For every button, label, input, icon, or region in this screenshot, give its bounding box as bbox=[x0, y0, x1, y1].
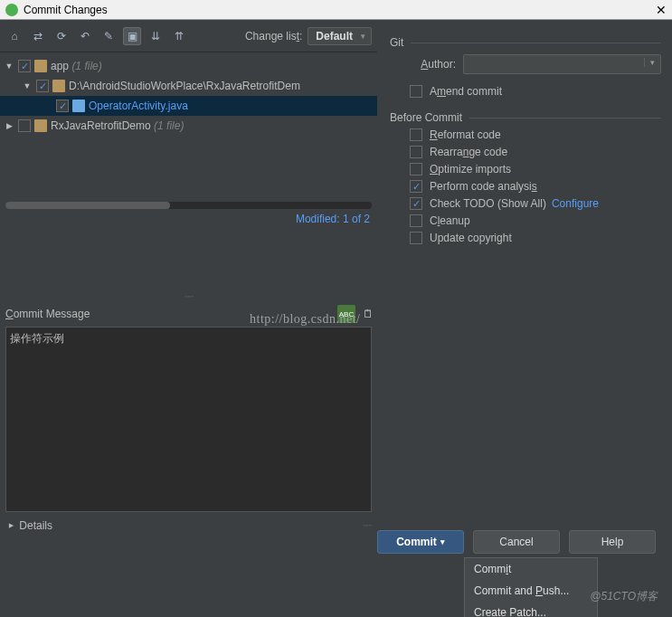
analysis-label: Perform code analysis bbox=[430, 180, 537, 193]
changes-tree: ▼ app (1 file) ▼ D:\AndroidStudioWorkPla… bbox=[0, 52, 377, 292]
author-label: Author: bbox=[406, 58, 456, 71]
horizontal-scrollbar[interactable] bbox=[5, 202, 372, 209]
commit-message-label: Commit Message bbox=[5, 308, 90, 320]
move-changelist-icon[interactable]: ⇄ bbox=[29, 27, 47, 45]
window-title: Commit Changes bbox=[24, 4, 108, 16]
file-count: (1 file) bbox=[154, 119, 184, 132]
history-icon[interactable]: 🗒 bbox=[359, 305, 377, 323]
checkbox[interactable] bbox=[36, 80, 49, 92]
spellcheck-icon[interactable]: ABC bbox=[337, 305, 355, 323]
watermark-credit: @51CTO博客 bbox=[590, 589, 658, 604]
author-select[interactable] bbox=[463, 54, 661, 74]
optimize-label: Optimize imports bbox=[430, 163, 511, 176]
rearrange-label: Rearrange code bbox=[430, 146, 507, 158]
before-legend: Before Commit bbox=[388, 111, 469, 124]
rearrange-checkbox[interactable] bbox=[410, 146, 422, 158]
before-commit-section: Before Commit Reformat code Rearrange co… bbox=[388, 111, 661, 249]
copyright-checkbox[interactable] bbox=[410, 232, 422, 244]
commit-button[interactable]: Commit bbox=[377, 530, 464, 554]
cleanup-checkbox[interactable] bbox=[410, 214, 422, 227]
tree-row-demo[interactable]: ▶ RxJavaRetrofitDemo (1 file) bbox=[0, 116, 377, 136]
file-count: (1 file) bbox=[71, 60, 101, 72]
resize-handle[interactable]: ┄┄ bbox=[0, 292, 377, 301]
todo-checkbox[interactable] bbox=[410, 197, 422, 210]
node-label: RxJavaRetrofitDemo bbox=[51, 119, 151, 132]
checkbox[interactable] bbox=[18, 60, 31, 72]
reformat-label: Reformat code bbox=[430, 128, 501, 141]
java-file-icon bbox=[72, 100, 85, 112]
tree-row-app[interactable]: ▼ app (1 file) bbox=[0, 56, 377, 76]
toolbar: ⌂ ⇄ ⟳ ↶ ✎ ▣ ⇊ ⇈ Change list: Default bbox=[0, 20, 377, 52]
app-icon bbox=[5, 4, 18, 16]
expand-icon[interactable]: ▼ bbox=[22, 81, 33, 90]
optimize-checkbox[interactable] bbox=[410, 163, 422, 176]
cleanup-label: Cleanup bbox=[430, 214, 470, 227]
new-changelist-icon[interactable]: ✎ bbox=[99, 27, 118, 45]
tree-row-path[interactable]: ▼ D:\AndroidStudioWorkPlace\RxJavaRetrof… bbox=[0, 76, 377, 96]
help-button[interactable]: Help bbox=[569, 530, 656, 554]
cancel-button[interactable]: Cancel bbox=[473, 530, 560, 554]
copyright-label: Update copyright bbox=[430, 232, 512, 244]
amend-checkbox[interactable] bbox=[410, 85, 422, 98]
changelist-dropdown[interactable]: Default bbox=[308, 27, 372, 45]
show-diff-icon[interactable]: ⌂ bbox=[5, 27, 24, 45]
todo-label: Check TODO (Show All) bbox=[430, 197, 546, 210]
checkbox[interactable] bbox=[56, 100, 69, 112]
menu-commit-push[interactable]: Commit and Push... bbox=[465, 580, 597, 602]
menu-create-patch[interactable]: Create Patch... bbox=[465, 602, 597, 617]
tree-row-file[interactable]: OperatorActivity.java bbox=[0, 96, 377, 116]
close-icon[interactable]: ✕ bbox=[656, 3, 667, 17]
expand-icon[interactable]: ▶ bbox=[4, 121, 14, 130]
folder-icon bbox=[34, 60, 47, 72]
details-toggle[interactable]: ▼ Details ┄┄ bbox=[0, 512, 377, 539]
git-legend: Git bbox=[388, 36, 411, 49]
configure-link[interactable]: Configure bbox=[552, 197, 599, 210]
checkbox[interactable] bbox=[18, 119, 31, 132]
refresh-icon[interactable]: ⟳ bbox=[52, 27, 71, 45]
rollback-icon[interactable]: ↶ bbox=[76, 27, 94, 45]
changelist-label: Change list: bbox=[245, 30, 302, 43]
analysis-checkbox[interactable] bbox=[410, 180, 422, 193]
commit-message-input[interactable] bbox=[5, 327, 372, 512]
folder-icon bbox=[34, 119, 47, 132]
menu-commit[interactable]: Commit bbox=[465, 558, 597, 580]
amend-label: Amend commit bbox=[430, 85, 502, 98]
group-by-dir-icon[interactable]: ▣ bbox=[123, 27, 141, 45]
node-label: D:\AndroidStudioWorkPlace\RxJavaRetrofit… bbox=[69, 80, 300, 92]
file-name: OperatorActivity.java bbox=[89, 100, 188, 112]
title-bar: Commit Changes ✕ bbox=[0, 0, 672, 20]
reformat-checkbox[interactable] bbox=[410, 128, 422, 141]
git-section: Git Author: Amend commit bbox=[388, 36, 661, 102]
commit-dropdown-menu: Commit Commit and Push... Create Patch..… bbox=[464, 557, 598, 617]
expand-icon[interactable]: ▼ bbox=[4, 62, 14, 71]
folder-icon bbox=[52, 80, 65, 92]
node-label: app bbox=[51, 60, 69, 72]
dialog-footer: Commit Cancel Help bbox=[377, 530, 656, 554]
collapse-all-icon[interactable]: ⇈ bbox=[170, 27, 188, 45]
modified-count: Modified: 1 of 2 bbox=[0, 213, 377, 231]
expand-all-icon[interactable]: ⇊ bbox=[147, 27, 165, 45]
details-label: Details bbox=[19, 519, 52, 532]
